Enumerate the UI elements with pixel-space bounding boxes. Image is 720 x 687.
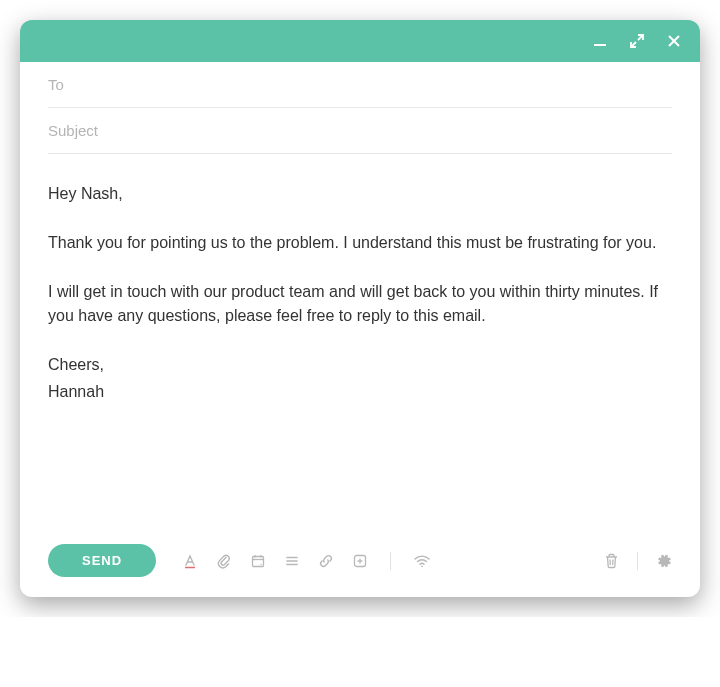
- trash-icon[interactable]: [604, 553, 619, 569]
- body-closing: Cheers,: [48, 353, 672, 378]
- send-button[interactable]: SEND: [48, 544, 156, 577]
- toolbar-right: [604, 552, 672, 570]
- body-paragraph: Thank you for pointing us to the problem…: [48, 231, 672, 256]
- message-body[interactable]: Hey Nash, Thank you for pointing us to t…: [20, 154, 700, 534]
- minimize-icon[interactable]: [592, 33, 608, 49]
- format-tools: [182, 552, 431, 570]
- wifi-icon[interactable]: [413, 553, 431, 569]
- insert-icon[interactable]: [352, 553, 368, 569]
- subject-input[interactable]: [48, 108, 672, 153]
- toolbar-separator: [637, 552, 638, 570]
- toolbar-separator: [390, 552, 391, 570]
- svg-point-22: [421, 565, 423, 567]
- compose-window: Hey Nash, Thank you for pointing us to t…: [20, 20, 700, 597]
- subject-row: [48, 108, 672, 154]
- gear-icon[interactable]: [656, 553, 672, 569]
- body-signature: Hannah: [48, 380, 672, 405]
- titlebar: [20, 20, 700, 62]
- to-input[interactable]: [48, 62, 672, 107]
- attachment-icon[interactable]: [216, 553, 232, 569]
- calendar-icon[interactable]: [250, 553, 266, 569]
- svg-rect-6: [253, 556, 264, 566]
- header-fields: [20, 62, 700, 154]
- text-format-icon[interactable]: [182, 553, 198, 569]
- body-greeting: Hey Nash,: [48, 182, 672, 207]
- link-icon[interactable]: [318, 553, 334, 569]
- expand-icon[interactable]: [630, 34, 644, 48]
- body-paragraph: I will get in touch with our product tea…: [48, 280, 672, 330]
- close-icon[interactable]: [666, 33, 682, 49]
- compose-toolbar: SEND: [20, 534, 700, 597]
- list-icon[interactable]: [284, 553, 300, 569]
- to-row: [48, 62, 672, 108]
